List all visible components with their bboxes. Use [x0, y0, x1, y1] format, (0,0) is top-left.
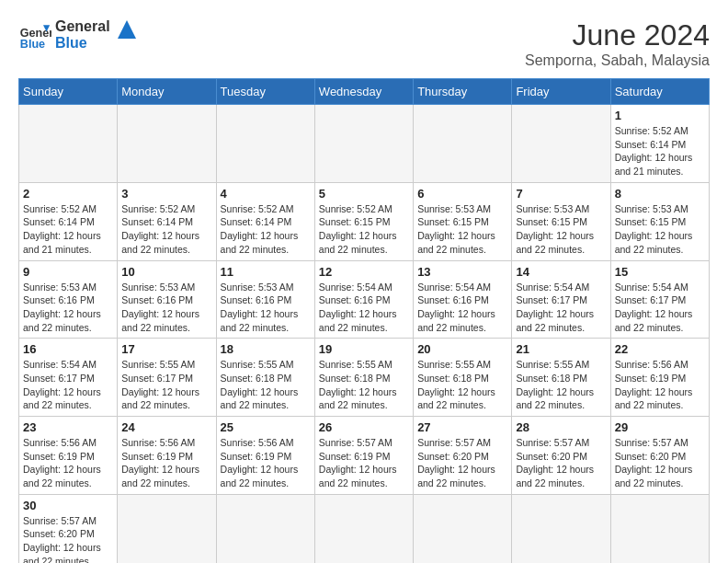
calendar-cell: 30Sunrise: 5:57 AMSunset: 6:20 PMDayligh…	[19, 494, 118, 563]
calendar-cell: 1Sunrise: 5:52 AMSunset: 6:14 PMDaylight…	[610, 105, 709, 183]
calendar-cell	[19, 105, 118, 183]
weekday-header: Tuesday	[216, 79, 314, 105]
calendar-cell: 27Sunrise: 5:57 AMSunset: 6:20 PMDayligh…	[414, 417, 512, 495]
location-title: Semporna, Sabah, Malaysia	[525, 52, 710, 69]
day-number: 8	[615, 187, 705, 201]
day-info: Sunrise: 5:56 AMSunset: 6:19 PMDaylight:…	[121, 436, 211, 490]
calendar-cell: 2Sunrise: 5:52 AMSunset: 6:14 PMDaylight…	[19, 182, 118, 260]
day-number: 12	[319, 265, 409, 279]
day-info: Sunrise: 5:52 AMSunset: 6:14 PMDaylight:…	[23, 202, 113, 257]
day-number: 20	[417, 342, 507, 356]
logo-blue: Blue	[55, 35, 110, 52]
day-info: Sunrise: 5:54 AMSunset: 6:17 PMDaylight:…	[516, 281, 606, 335]
calendar-cell	[216, 105, 314, 183]
day-number: 29	[615, 420, 705, 434]
calendar-cell: 26Sunrise: 5:57 AMSunset: 6:19 PMDayligh…	[314, 417, 413, 495]
day-info: Sunrise: 5:52 AMSunset: 6:14 PMDaylight:…	[615, 124, 705, 178]
logo-triangle-icon	[118, 20, 136, 39]
calendar-cell: 6Sunrise: 5:53 AMSunset: 6:15 PMDaylight…	[414, 182, 512, 260]
calendar-cell: 14Sunrise: 5:54 AMSunset: 6:17 PMDayligh…	[512, 260, 610, 339]
day-number: 22	[615, 342, 705, 356]
day-number: 26	[319, 420, 409, 434]
calendar-cell	[118, 105, 216, 183]
day-number: 10	[121, 265, 211, 279]
day-info: Sunrise: 5:57 AMSunset: 6:20 PMDaylight:…	[23, 514, 113, 563]
calendar-cell	[314, 494, 413, 563]
day-number: 7	[516, 187, 606, 201]
calendar-header: SundayMondayTuesdayWednesdayThursdayFrid…	[19, 79, 710, 105]
day-number: 30	[23, 499, 113, 512]
calendar-cell: 9Sunrise: 5:53 AMSunset: 6:16 PMDaylight…	[19, 260, 118, 339]
day-number: 6	[417, 187, 507, 201]
day-number: 17	[121, 342, 211, 356]
day-info: Sunrise: 5:57 AMSunset: 6:20 PMDaylight:…	[615, 436, 705, 490]
day-number: 1	[615, 109, 705, 122]
day-info: Sunrise: 5:55 AMSunset: 6:18 PMDaylight:…	[221, 358, 311, 412]
calendar-cell: 20Sunrise: 5:55 AMSunset: 6:18 PMDayligh…	[414, 339, 512, 417]
calendar-week-row: 23Sunrise: 5:56 AMSunset: 6:19 PMDayligh…	[19, 417, 710, 495]
day-number: 23	[23, 420, 113, 434]
day-info: Sunrise: 5:53 AMSunset: 6:15 PMDaylight:…	[516, 202, 606, 257]
day-info: Sunrise: 5:53 AMSunset: 6:16 PMDaylight:…	[221, 281, 311, 335]
calendar-cell	[216, 494, 314, 563]
calendar-cell: 10Sunrise: 5:53 AMSunset: 6:16 PMDayligh…	[118, 260, 216, 339]
calendar-cell	[414, 494, 512, 563]
calendar-cell: 16Sunrise: 5:54 AMSunset: 6:17 PMDayligh…	[19, 339, 118, 417]
day-number: 19	[319, 342, 409, 356]
day-info: Sunrise: 5:54 AMSunset: 6:17 PMDaylight:…	[23, 358, 113, 412]
calendar-body: 1Sunrise: 5:52 AMSunset: 6:14 PMDaylight…	[19, 105, 710, 564]
day-number: 27	[417, 420, 507, 434]
svg-text:Blue: Blue	[20, 39, 45, 52]
calendar-cell: 17Sunrise: 5:55 AMSunset: 6:17 PMDayligh…	[118, 339, 216, 417]
calendar-week-row: 2Sunrise: 5:52 AMSunset: 6:14 PMDaylight…	[19, 182, 710, 260]
logo-icon: General Blue	[18, 18, 51, 52]
calendar-cell: 7Sunrise: 5:53 AMSunset: 6:15 PMDaylight…	[512, 182, 610, 260]
day-info: Sunrise: 5:54 AMSunset: 6:16 PMDaylight:…	[417, 281, 507, 335]
day-info: Sunrise: 5:55 AMSunset: 6:17 PMDaylight:…	[121, 358, 211, 412]
calendar-cell: 25Sunrise: 5:56 AMSunset: 6:19 PMDayligh…	[216, 417, 314, 495]
calendar-cell: 11Sunrise: 5:53 AMSunset: 6:16 PMDayligh…	[216, 260, 314, 339]
weekday-header: Saturday	[610, 79, 709, 105]
calendar-cell: 29Sunrise: 5:57 AMSunset: 6:20 PMDayligh…	[610, 417, 709, 495]
calendar-cell: 22Sunrise: 5:56 AMSunset: 6:19 PMDayligh…	[610, 339, 709, 417]
calendar-week-row: 16Sunrise: 5:54 AMSunset: 6:17 PMDayligh…	[19, 339, 710, 417]
logo-general: General	[55, 18, 110, 35]
month-title: June 2024	[525, 18, 710, 52]
day-number: 21	[516, 342, 606, 356]
calendar-week-row: 30Sunrise: 5:57 AMSunset: 6:20 PMDayligh…	[19, 494, 710, 563]
logo: General Blue General Blue	[18, 18, 136, 52]
day-info: Sunrise: 5:55 AMSunset: 6:18 PMDaylight:…	[417, 358, 507, 412]
calendar-week-row: 1Sunrise: 5:52 AMSunset: 6:14 PMDaylight…	[19, 105, 710, 183]
day-number: 4	[221, 187, 311, 201]
calendar-cell	[512, 105, 610, 183]
calendar-cell: 23Sunrise: 5:56 AMSunset: 6:19 PMDayligh…	[19, 417, 118, 495]
calendar-cell	[314, 105, 413, 183]
day-info: Sunrise: 5:52 AMSunset: 6:15 PMDaylight:…	[319, 202, 409, 257]
calendar-cell: 8Sunrise: 5:53 AMSunset: 6:15 PMDaylight…	[610, 182, 709, 260]
day-number: 13	[417, 265, 507, 279]
day-number: 5	[319, 187, 409, 201]
day-info: Sunrise: 5:53 AMSunset: 6:16 PMDaylight:…	[121, 281, 211, 335]
calendar-cell: 21Sunrise: 5:55 AMSunset: 6:18 PMDayligh…	[512, 339, 610, 417]
day-info: Sunrise: 5:57 AMSunset: 6:19 PMDaylight:…	[319, 436, 409, 490]
calendar-table: SundayMondayTuesdayWednesdayThursdayFrid…	[18, 78, 710, 563]
calendar-cell	[118, 494, 216, 563]
day-number: 2	[23, 187, 113, 201]
day-number: 15	[615, 265, 705, 279]
day-number: 25	[221, 420, 311, 434]
day-number: 28	[516, 420, 606, 434]
calendar-cell: 4Sunrise: 5:52 AMSunset: 6:14 PMDaylight…	[216, 182, 314, 260]
weekday-header: Friday	[512, 79, 610, 105]
day-number: 11	[221, 265, 311, 279]
calendar-cell: 28Sunrise: 5:57 AMSunset: 6:20 PMDayligh…	[512, 417, 610, 495]
weekday-header: Sunday	[19, 79, 118, 105]
calendar-cell: 18Sunrise: 5:55 AMSunset: 6:18 PMDayligh…	[216, 339, 314, 417]
calendar-cell: 13Sunrise: 5:54 AMSunset: 6:16 PMDayligh…	[414, 260, 512, 339]
day-info: Sunrise: 5:56 AMSunset: 6:19 PMDaylight:…	[221, 436, 311, 490]
day-info: Sunrise: 5:54 AMSunset: 6:16 PMDaylight:…	[319, 281, 409, 335]
calendar-cell: 19Sunrise: 5:55 AMSunset: 6:18 PMDayligh…	[314, 339, 413, 417]
calendar-cell	[610, 494, 709, 563]
day-number: 14	[516, 265, 606, 279]
calendar-cell: 12Sunrise: 5:54 AMSunset: 6:16 PMDayligh…	[314, 260, 413, 339]
calendar-cell	[414, 105, 512, 183]
